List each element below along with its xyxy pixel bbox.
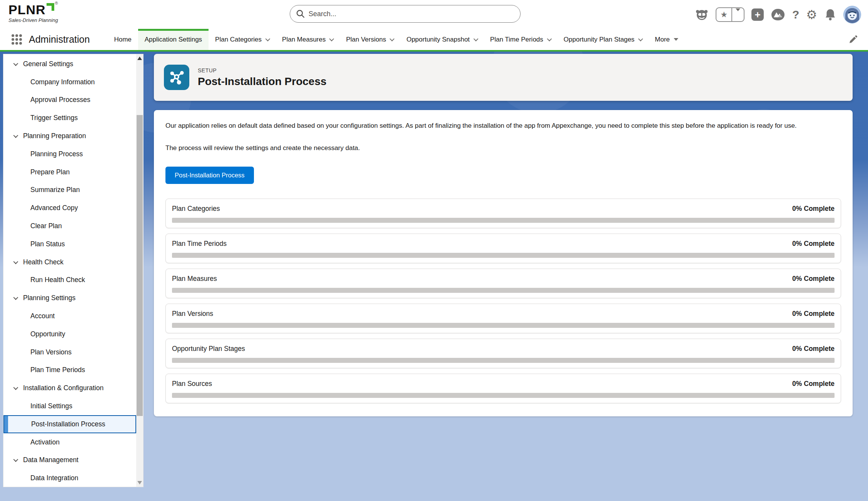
sidebar-item-company-information[interactable]: Company Information: [3, 73, 136, 91]
sidebar-item-account[interactable]: Account: [3, 307, 136, 325]
progress-label: Plan Time Periods: [172, 240, 227, 248]
einstein-assistant-icon[interactable]: [695, 8, 709, 22]
nav-tab-application-settings[interactable]: Application Settings: [138, 29, 209, 50]
notifications-bell-icon[interactable]: [824, 8, 836, 21]
sidebar-item-activation[interactable]: Activation: [3, 433, 136, 451]
nav-tab-plan-time-periods[interactable]: Plan Time Periods: [484, 29, 557, 50]
sidebar-item-clear-plan[interactable]: Clear Plan: [3, 217, 136, 235]
progress-card-plan-sources: Plan Sources 0% Complete: [165, 374, 841, 403]
sidebar-group-general-settings[interactable]: General Settings: [3, 55, 136, 73]
chevron-down-icon[interactable]: [13, 457, 18, 462]
trailhead-guidance-icon[interactable]: [771, 8, 785, 21]
post-installation-process-button[interactable]: Post-Installation Process: [165, 167, 254, 184]
sidebar-item-plan-status[interactable]: Plan Status: [3, 235, 136, 253]
chevron-down-icon[interactable]: [265, 37, 270, 42]
sidebar-item-post-installation-process[interactable]: Post-Installation Process: [3, 415, 136, 433]
sidebar-item-label: Plan Status: [30, 240, 65, 248]
sidebar-item-label: Data Integration: [30, 474, 78, 482]
chevron-down-icon[interactable]: [638, 37, 643, 42]
sidebar-item-run-health-check[interactable]: Run Health Check: [3, 271, 136, 289]
sidebar-group-planning-settings[interactable]: Planning Settings: [3, 289, 136, 307]
favorites-caret-icon[interactable]: [732, 11, 744, 18]
sidebar-item-label: Activation: [30, 438, 60, 446]
scrollbar-thumb[interactable]: [137, 115, 143, 416]
scroll-down-arrow-icon[interactable]: [137, 481, 142, 484]
nav-tab-more[interactable]: More: [648, 29, 685, 50]
nav-tab-label: Home: [114, 36, 131, 43]
progress-label: Plan Measures: [172, 275, 217, 283]
chevron-down-icon[interactable]: [13, 61, 18, 66]
help-icon[interactable]: ?: [792, 8, 799, 21]
sidebar-item-label: Post-Installation Process: [31, 420, 105, 428]
sidebar-item-prepare-plan[interactable]: Prepare Plan: [3, 163, 136, 181]
caret-down-icon[interactable]: [674, 38, 678, 41]
sidebar-item-trigger-settings[interactable]: Trigger Settings: [3, 109, 136, 127]
app-launcher-waffle-icon[interactable]: [12, 34, 22, 45]
progress-status: 0% Complete: [792, 345, 835, 353]
sidebar-item-advanced-copy[interactable]: Advanced Copy: [3, 199, 136, 217]
sidebar-item-label: Initial Settings: [30, 402, 72, 410]
progress-track: [172, 288, 835, 293]
sidebar-group-installation-configuration[interactable]: Installation & Configuration: [3, 379, 136, 397]
sidebar-item-plan-time-periods[interactable]: Plan Time Periods: [3, 361, 136, 379]
nav-tab-plan-measures[interactable]: Plan Measures: [275, 29, 339, 50]
logo-tagline: Sales-Driven Planning: [8, 17, 58, 23]
progress-card-plan-categories: Plan Categories 0% Complete: [165, 199, 841, 228]
chevron-down-icon[interactable]: [329, 37, 334, 42]
post-installation-panel: Our application relies on default data d…: [154, 110, 853, 416]
nav-tab-home[interactable]: Home: [107, 29, 138, 50]
sidebar-scrollbar[interactable]: [136, 54, 143, 487]
sidebar-item-label: Trigger Settings: [30, 114, 78, 122]
sidebar-item-opportunity[interactable]: Opportunity: [3, 325, 136, 343]
chevron-down-icon[interactable]: [547, 37, 552, 42]
search-input[interactable]: [290, 5, 521, 23]
nav-tab-opportunity-snapshot[interactable]: Opportunity Snapshot: [400, 29, 483, 50]
intro-paragraph: Our application relies on default data d…: [165, 120, 841, 132]
chevron-down-icon[interactable]: [13, 259, 18, 264]
sidebar-item-initial-settings[interactable]: Initial Settings: [3, 397, 136, 415]
sidebar-item-plan-versions[interactable]: Plan Versions: [3, 343, 136, 361]
user-avatar[interactable]: [843, 6, 861, 23]
nav-tab-label: Opportunity Snapshot: [406, 36, 469, 43]
progress-label: Plan Versions: [172, 310, 213, 318]
sidebar-item-data-integration[interactable]: Data Integration: [3, 469, 136, 487]
nav-tab-label: Plan Versions: [346, 36, 386, 43]
sidebar-group-label: General Settings: [23, 60, 73, 68]
progress-card-plan-measures: Plan Measures 0% Complete: [165, 269, 841, 298]
chevron-down-icon[interactable]: [13, 133, 18, 138]
progress-track: [172, 358, 835, 363]
edit-navigation-pencil-icon[interactable]: [848, 29, 858, 50]
global-header: PLNR ® Sales-Driven Planning ★ +: [0, 0, 868, 29]
sidebar-group-planning-preparation[interactable]: Planning Preparation: [3, 127, 136, 145]
nav-tab-label: Plan Measures: [282, 36, 326, 43]
chevron-down-icon[interactable]: [13, 295, 18, 300]
sidebar-item-planning-process[interactable]: Planning Process: [3, 145, 136, 163]
sidebar-group-health-check[interactable]: Health Check: [3, 253, 136, 271]
setup-header-card: SETUP Post-Installation Process: [154, 54, 853, 101]
progress-list: Plan Categories 0% Complete Plan Time Pe…: [165, 199, 841, 403]
chevron-down-icon[interactable]: [13, 385, 18, 390]
progress-label: Plan Categories: [172, 205, 220, 213]
chevron-down-icon[interactable]: [390, 37, 395, 42]
nav-tab-plan-categories[interactable]: Plan Categories: [209, 29, 275, 50]
favorites-star-icon[interactable]: ★: [716, 10, 731, 19]
sidebar-item-label: Prepare Plan: [30, 168, 70, 176]
sidebar-item-approval-processes[interactable]: Approval Processes: [3, 91, 136, 109]
nav-tab-opportunity-plan-stages[interactable]: Opportunity Plan Stages: [557, 29, 648, 50]
sidebar-group-data-management[interactable]: Data Management: [3, 451, 136, 469]
setup-gear-icon[interactable]: ⚙: [806, 8, 817, 21]
add-icon[interactable]: +: [751, 8, 764, 21]
search-icon: [296, 9, 305, 18]
logo-text: PLNR: [8, 3, 46, 16]
nav-tab-plan-versions[interactable]: Plan Versions: [339, 29, 400, 50]
chevron-down-icon[interactable]: [473, 37, 478, 42]
sidebar-item-label: Opportunity: [30, 330, 65, 338]
app-logo: PLNR ® Sales-Driven Planning: [8, 3, 58, 23]
progress-track: [172, 253, 835, 258]
progress-card-plan-versions: Plan Versions 0% Complete: [165, 304, 841, 333]
sidebar-item-summarize-plan[interactable]: Summarize Plan: [3, 181, 136, 199]
progress-status: 0% Complete: [792, 310, 835, 318]
scroll-up-arrow-icon[interactable]: [137, 57, 142, 60]
favorites-control[interactable]: ★: [716, 7, 744, 22]
app-navigation-bar: Administration Home Application Settings…: [0, 29, 868, 52]
